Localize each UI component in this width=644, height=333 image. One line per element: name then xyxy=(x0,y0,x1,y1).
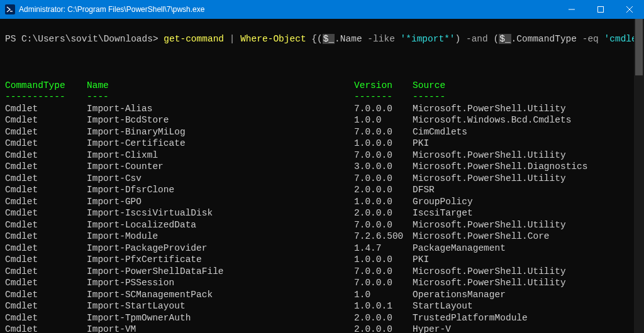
window-title: Administrator: C:\Program Files\PowerShe… xyxy=(19,5,557,14)
cell-c4: CimCmdlets xyxy=(413,126,587,138)
cmd-token: Where-Object xyxy=(240,34,306,44)
header-commandtype: CommandType xyxy=(5,80,87,92)
cell-c4: Microsoft.PowerShell.Utility xyxy=(413,103,587,115)
table-row: CmdletImport-BinaryMiLog7.0.0.0CimCmdlet… xyxy=(5,126,587,138)
cell-c4: OperationsManager xyxy=(413,289,587,301)
cell-c2: Import-BcdStore xyxy=(87,114,354,126)
table-row: CmdletImport-Clixml7.0.0.0Microsoft.Powe… xyxy=(5,150,587,161)
cell-c1: Cmdlet xyxy=(5,173,87,185)
table-row: CmdletImport-PackageProvider1.4.7Package… xyxy=(5,243,587,254)
cell-c4: IscsiTarget xyxy=(413,207,587,219)
cell-c3: 1.0 xyxy=(354,289,413,301)
cell-c4: Microsoft.PowerShell.Utility xyxy=(413,266,587,278)
cell-c4: Microsoft.PowerShell.Diagnostics xyxy=(413,161,587,173)
cmd-var: $_ xyxy=(499,34,511,44)
table-row: CmdletImport-VM2.0.0.0Hyper-V xyxy=(5,324,587,333)
window-titlebar[interactable]: Administrator: C:\Program Files\PowerShe… xyxy=(0,0,644,19)
output-table: CommandType Name Version Source --------… xyxy=(5,80,587,334)
cell-c4: DFSR xyxy=(413,184,587,196)
terminal-area[interactable]: PS C:\Users\sovit\Downloads> get-command… xyxy=(0,19,644,333)
dashes: ---- xyxy=(87,91,354,103)
cell-c3: 3.0.0.0 xyxy=(354,161,413,173)
maximize-button[interactable] xyxy=(586,0,615,19)
cmd-token: get-command xyxy=(164,34,224,44)
cell-c1: Cmdlet xyxy=(5,184,87,196)
cell-c2: Import-Counter xyxy=(87,161,354,173)
cell-c4: Microsoft.PowerShell.Utility xyxy=(413,219,587,231)
cell-c1: Cmdlet xyxy=(5,196,87,208)
table-header: CommandType Name Version Source xyxy=(5,80,587,92)
cell-c3: 2.0.0.0 xyxy=(354,207,413,219)
cmd-string: '*import*' xyxy=(401,34,455,44)
cell-c4: TrustedPlatformModule xyxy=(413,312,587,324)
table-header-dashes: ----------- ---- ------- ------ xyxy=(5,91,587,103)
cmd-brace: {( xyxy=(311,34,322,44)
close-button[interactable] xyxy=(615,0,644,19)
cmd-paren: ) xyxy=(455,34,466,44)
cell-c2: Import-PSSession xyxy=(87,277,354,289)
dashes: ----------- xyxy=(5,91,87,103)
cell-c2: Import-PowerShellDataFile xyxy=(87,266,354,278)
cell-c3: 1.0.0.0 xyxy=(354,196,413,208)
cmd-var: $_ xyxy=(323,34,335,44)
cell-c1: Cmdlet xyxy=(5,266,87,278)
vertical-scrollbar[interactable] xyxy=(634,19,644,333)
cell-c1: Cmdlet xyxy=(5,300,87,312)
cell-c3: 2.0.0.0 xyxy=(354,324,413,333)
cell-c3: 1.4.7 xyxy=(354,243,413,254)
table-row: CmdletImport-Module7.2.6.500Microsoft.Po… xyxy=(5,231,587,243)
table-row: CmdletImport-BcdStore1.0.0Microsoft.Wind… xyxy=(5,114,587,126)
cell-c4: Hyper-V xyxy=(413,324,587,333)
cell-c3: 2.0.0.0 xyxy=(354,184,413,196)
cell-c3: 7.0.0.0 xyxy=(354,277,413,289)
cell-c2: Import-VM xyxy=(87,324,354,333)
cell-c2: Import-IscsiVirtualDisk xyxy=(87,207,354,219)
cell-c2: Import-Alias xyxy=(87,103,354,115)
cell-c2: Import-Clixml xyxy=(87,150,354,161)
blank-line xyxy=(5,57,639,68)
cell-c1: Cmdlet xyxy=(5,289,87,301)
table-row: CmdletImport-PowerShellDataFile7.0.0.0Mi… xyxy=(5,266,587,278)
cell-c2: Import-BinaryMiLog xyxy=(87,126,354,138)
cell-c1: Cmdlet xyxy=(5,138,87,150)
cell-c1: Cmdlet xyxy=(5,254,87,266)
cell-c3: 7.0.0.0 xyxy=(354,126,413,138)
cell-c1: Cmdlet xyxy=(5,103,87,115)
cell-c3: 7.0.0.0 xyxy=(354,150,413,161)
cell-c4: Microsoft.Windows.Bcd.Cmdlets xyxy=(413,114,587,126)
table-row: CmdletImport-PSSession7.0.0.0Microsoft.P… xyxy=(5,277,587,289)
cell-c3: 7.0.0.0 xyxy=(354,219,413,231)
cmd-space xyxy=(306,34,312,44)
dashes: ------- xyxy=(354,91,413,103)
scrollbar-thumb[interactable] xyxy=(635,19,643,75)
cell-c2: Import-SCManagementPack xyxy=(87,289,354,301)
cmd-prop: .Name xyxy=(335,34,367,44)
cell-c1: Cmdlet xyxy=(5,161,87,173)
cell-c1: Cmdlet xyxy=(5,207,87,219)
cell-c3: 2.0.0.0 xyxy=(354,312,413,324)
cell-c2: Import-TpmOwnerAuth xyxy=(87,312,354,324)
table-row: CmdletImport-DfsrClone2.0.0.0DFSR xyxy=(5,184,587,196)
cell-c3: 1.0.0.0 xyxy=(354,254,413,266)
header-version: Version xyxy=(354,80,413,92)
table-row: CmdletImport-Certificate1.0.0.0PKI xyxy=(5,138,587,150)
cell-c1: Cmdlet xyxy=(5,219,87,231)
cell-c1: Cmdlet xyxy=(5,243,87,254)
minimize-button[interactable] xyxy=(557,0,586,19)
table-row: CmdletImport-Csv7.0.0.0Microsoft.PowerSh… xyxy=(5,173,587,185)
dashes: ------ xyxy=(413,91,587,103)
cell-c2: Import-Csv xyxy=(87,173,354,185)
prompt-path: PS C:\Users\sovit\Downloads> xyxy=(5,34,164,44)
cell-c4: PKI xyxy=(413,138,587,150)
cell-c3: 7.0.0.0 xyxy=(354,266,413,278)
cell-c2: Import-StartLayout xyxy=(87,300,354,312)
cell-c2: Import-DfsrClone xyxy=(87,184,354,196)
cell-c1: Cmdlet xyxy=(5,277,87,289)
cell-c3: 7.0.0.0 xyxy=(354,103,413,115)
cmd-space xyxy=(395,34,401,44)
cell-c3: 7.2.6.500 xyxy=(354,231,413,243)
cell-c3: 1.0.0.0 xyxy=(354,138,413,150)
cell-c4: Microsoft.PowerShell.Utility xyxy=(413,277,587,289)
cell-c2: Import-Certificate xyxy=(87,138,354,150)
cell-c3: 7.0.0.0 xyxy=(354,173,413,185)
